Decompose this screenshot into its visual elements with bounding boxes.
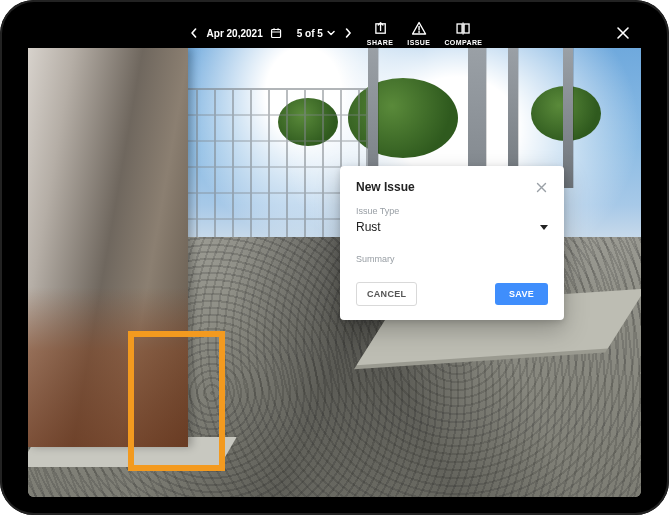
dialog-title: New Issue (356, 180, 415, 194)
issue-icon (411, 21, 427, 37)
page-counter[interactable]: 5 of 5 (297, 28, 353, 39)
new-issue-dialog: New Issue Issue Type Rust Summary CANCEL… (340, 166, 564, 320)
svg-point-6 (418, 31, 420, 33)
screen: Apr 20,2021 5 of 5 (28, 18, 641, 497)
prev-date-button[interactable] (187, 26, 201, 40)
share-label: SHARE (367, 39, 394, 46)
issue-button[interactable]: ISSUE (407, 21, 430, 46)
issue-type-value: Rust (356, 220, 381, 234)
counter-text: 5 of 5 (297, 28, 323, 39)
next-page-button[interactable] (343, 28, 353, 38)
compare-label: COMPARE (444, 39, 482, 46)
svg-rect-8 (464, 24, 469, 33)
dialog-close-button[interactable] (534, 180, 548, 194)
svg-rect-7 (457, 24, 462, 33)
issue-type-field-label: Issue Type (356, 206, 548, 216)
issue-label: ISSUE (407, 39, 430, 46)
photo-background (563, 48, 573, 188)
close-viewer-button[interactable] (615, 25, 631, 41)
dialog-header: New Issue (356, 180, 548, 194)
issue-highlight-rect[interactable] (128, 331, 225, 471)
date-navigator: Apr 20,2021 (187, 26, 283, 40)
share-button[interactable]: SHARE (367, 21, 394, 46)
chevron-down-icon (540, 225, 548, 230)
summary-field-label: Summary (356, 254, 548, 264)
issue-type-select[interactable]: Rust (356, 220, 548, 240)
share-icon (372, 21, 388, 37)
photo-background (158, 88, 368, 248)
date-label[interactable]: Apr 20,2021 (207, 28, 263, 39)
counter-dropdown-icon (327, 29, 335, 37)
top-toolbar: Apr 20,2021 5 of 5 (28, 18, 641, 48)
svg-rect-0 (271, 30, 280, 38)
compare-button[interactable]: COMPARE (444, 21, 482, 46)
calendar-icon[interactable] (269, 26, 283, 40)
dialog-actions: CANCEL SAVE (356, 282, 548, 306)
cancel-button[interactable]: CANCEL (356, 282, 417, 306)
toolbar-center: Apr 20,2021 5 of 5 (187, 21, 483, 46)
compare-icon (455, 21, 471, 37)
tablet-frame: Apr 20,2021 5 of 5 (0, 0, 669, 515)
save-button[interactable]: SAVE (495, 283, 548, 305)
